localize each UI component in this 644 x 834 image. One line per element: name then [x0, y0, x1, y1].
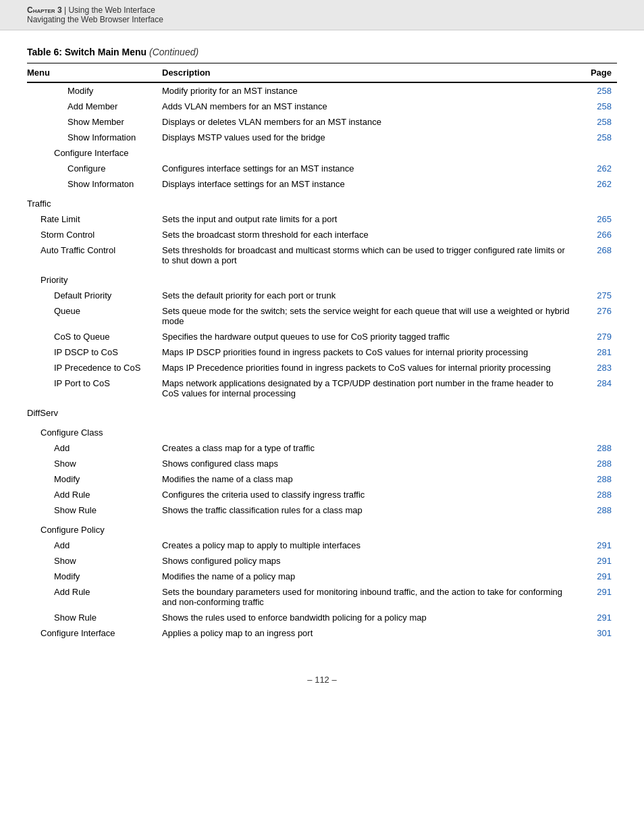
cell-menu: Traffic: [27, 192, 162, 211]
table-continued-label: (Continued): [149, 47, 198, 57]
main-content: Table 6: Switch Main Menu (Continued) Me…: [0, 47, 644, 641]
table-row: Show RuleShows the traffic classificatio…: [27, 502, 617, 518]
cell-description: Specifies the hardware output queues to …: [162, 329, 576, 344]
cell-description: Displays or deletes VLAN members for an …: [162, 114, 576, 130]
table-row: CoS to QueueSpecifies the hardware outpu…: [27, 329, 617, 344]
cell-menu: Show Information: [27, 130, 162, 145]
table-row: Priority: [27, 268, 617, 288]
table-row: Configure InterfaceApplies a policy map …: [27, 625, 617, 641]
cell-description: Sets the broadcast storm threshold for e…: [162, 227, 576, 242]
cell-menu: Auto Traffic Control: [27, 242, 162, 268]
cell-page[interactable]: 258: [576, 82, 617, 99]
cell-page[interactable]: 268: [576, 242, 617, 268]
cell-page[interactable]: 288: [576, 502, 617, 518]
cell-page[interactable]: 291: [576, 538, 617, 553]
sub-title: Navigating the Web Browser Interface: [27, 15, 617, 24]
cell-menu: Show Rule: [27, 502, 162, 518]
cell-menu: Priority: [27, 268, 162, 288]
cell-description: [162, 145, 576, 161]
cell-description: [162, 192, 576, 211]
col-description: Description: [162, 63, 576, 83]
cell-description: Adds VLAN members for an MST instance: [162, 99, 576, 114]
cell-menu: Show: [27, 456, 162, 471]
cell-page[interactable]: 262: [576, 161, 617, 176]
table-row: AddCreates a policy map to apply to mult…: [27, 538, 617, 553]
cell-menu: Configure Class: [27, 421, 162, 440]
table-row: Traffic: [27, 192, 617, 211]
cell-menu: Show Member: [27, 114, 162, 130]
cell-page[interactable]: 291: [576, 553, 617, 569]
cell-menu: Add Rule: [27, 584, 162, 610]
cell-page[interactable]: 291: [576, 610, 617, 625]
table-row: Default PrioritySets the default priorit…: [27, 288, 617, 303]
cell-page[interactable]: 291: [576, 584, 617, 610]
cell-page[interactable]: 288: [576, 456, 617, 471]
cell-page[interactable]: 281: [576, 344, 617, 360]
cell-description: [162, 518, 576, 538]
table-row: ModifyModifies the name of a policy map2…: [27, 569, 617, 584]
cell-page[interactable]: 275: [576, 288, 617, 303]
cell-menu: Add: [27, 538, 162, 553]
cell-page[interactable]: 279: [576, 329, 617, 344]
cell-menu: CoS to Queue: [27, 329, 162, 344]
cell-menu: Show: [27, 553, 162, 569]
cell-page[interactable]: 283: [576, 360, 617, 375]
cell-menu: Modify: [27, 569, 162, 584]
table-row: ShowShows configured policy maps291: [27, 553, 617, 569]
cell-page[interactable]: 258: [576, 130, 617, 145]
col-menu: Menu: [27, 63, 162, 83]
table-row: Show InformationDisplays MSTP values use…: [27, 130, 617, 145]
cell-menu: Configure Interface: [27, 625, 162, 641]
table-row: Storm ControlSets the broadcast storm th…: [27, 227, 617, 242]
table-row: ModifyModifies the name of a class map28…: [27, 471, 617, 487]
cell-page: [576, 518, 617, 538]
table-row: AddCreates a class map for a type of tra…: [27, 440, 617, 456]
table-row: Configure Policy: [27, 518, 617, 538]
table-row: QueueSets queue mode for the switch; set…: [27, 303, 617, 329]
cell-description: Shows the traffic classification rules f…: [162, 502, 576, 518]
table-row: Add MemberAdds VLAN members for an MST i…: [27, 99, 617, 114]
cell-page[interactable]: 265: [576, 211, 617, 227]
col-page: Page: [576, 63, 617, 83]
cell-page[interactable]: 266: [576, 227, 617, 242]
cell-menu: IP Port to CoS: [27, 375, 162, 401]
cell-menu: Default Priority: [27, 288, 162, 303]
cell-page[interactable]: 288: [576, 440, 617, 456]
page-number: – 112 –: [307, 675, 336, 685]
cell-page: [576, 421, 617, 440]
cell-description: Maps IP DSCP priorities found in ingress…: [162, 344, 576, 360]
cell-page[interactable]: 301: [576, 625, 617, 641]
cell-description: Sets queue mode for the switch; sets the…: [162, 303, 576, 329]
cell-menu: Modify: [27, 82, 162, 99]
cell-menu: DiffServ: [27, 401, 162, 421]
chapter-line: Chapter 3 | Using the Web Interface: [27, 5, 617, 15]
cell-description: Modify priority for an MST instance: [162, 82, 576, 99]
table-row: Configure Interface: [27, 145, 617, 161]
chapter-title: Using the Web Interface: [68, 5, 155, 15]
cell-page[interactable]: 288: [576, 487, 617, 502]
cell-description: Sets the input and output rate limits fo…: [162, 211, 576, 227]
table-row: Show RuleShows the rules used to enforce…: [27, 610, 617, 625]
cell-page[interactable]: 291: [576, 569, 617, 584]
table-row: Show InformatonDisplays interface settin…: [27, 176, 617, 192]
cell-description: Applies a policy map to an ingress port: [162, 625, 576, 641]
cell-page[interactable]: 258: [576, 99, 617, 114]
cell-description: Maps IP Precedence priorities found in i…: [162, 360, 576, 375]
cell-page[interactable]: 262: [576, 176, 617, 192]
cell-description: Modifies the name of a policy map: [162, 569, 576, 584]
cell-description: Displays MSTP values used for the bridge: [162, 130, 576, 145]
cell-description: Maps network applications designated by …: [162, 375, 576, 401]
table-row: IP DSCP to CoSMaps IP DSCP priorities fo…: [27, 344, 617, 360]
table-row: Auto Traffic ControlSets thresholds for …: [27, 242, 617, 268]
cell-menu: Add Rule: [27, 487, 162, 502]
cell-menu: IP Precedence to CoS: [27, 360, 162, 375]
cell-menu: IP DSCP to CoS: [27, 344, 162, 360]
cell-page: [576, 192, 617, 211]
cell-page[interactable]: 284: [576, 375, 617, 401]
cell-page[interactable]: 258: [576, 114, 617, 130]
cell-description: Modifies the name of a class map: [162, 471, 576, 487]
table-row: Add RuleSets the boundary parameters use…: [27, 584, 617, 610]
cell-page[interactable]: 276: [576, 303, 617, 329]
cell-page[interactable]: 288: [576, 471, 617, 487]
cell-description: Sets the boundary parameters used for mo…: [162, 584, 576, 610]
